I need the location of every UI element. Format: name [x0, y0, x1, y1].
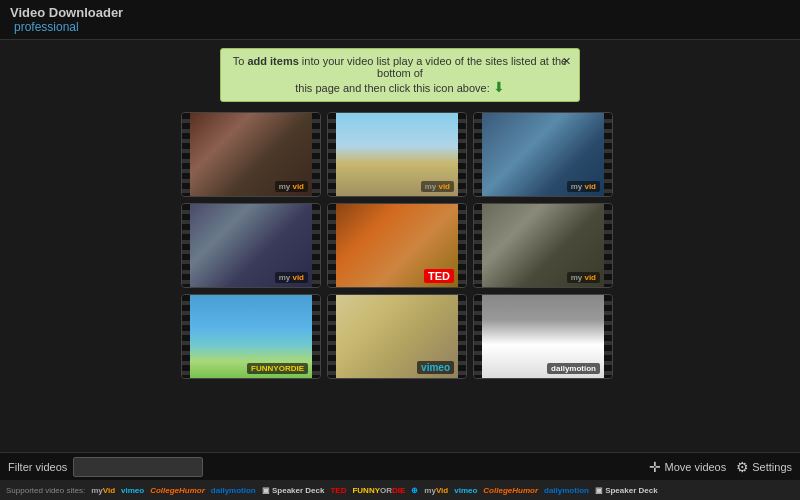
- video-grid: my vid my vid my vid my vid TED my vid F…: [181, 112, 619, 379]
- settings-label: Settings: [752, 461, 792, 473]
- bottom-controls: Filter videos ✛ Move videos ⚙ Settings: [0, 452, 800, 480]
- move-icon: ✛: [649, 459, 661, 475]
- site-collegehumor-2: CollegeHumor: [483, 486, 538, 495]
- app-title: Video Downloader: [10, 5, 123, 21]
- filter-label: Filter videos: [8, 461, 67, 473]
- site-speakerdeck-1: ▣ Speaker Deck: [262, 486, 325, 495]
- site-myvid-1: myVid: [91, 486, 115, 495]
- video-thumb-7[interactable]: FUNNYORDIE: [181, 294, 321, 379]
- site-speakerdeck-2: ▣ Speaker Deck: [595, 486, 658, 495]
- badge-ted-5: TED: [424, 269, 454, 283]
- info-text: To add items into your video list play a…: [233, 55, 567, 94]
- move-videos-label: Move videos: [664, 461, 726, 473]
- site-dailymotion-2: dailymotion: [544, 486, 589, 495]
- gear-icon: ⚙: [736, 459, 749, 475]
- sites-bar: Supported video sites: myVid vimeo Colle…: [0, 480, 800, 500]
- video-thumb-6[interactable]: my vid: [473, 203, 613, 288]
- site-collegehumor-1: CollegeHumor: [150, 486, 205, 495]
- filter-input[interactable]: [73, 457, 203, 477]
- badge-myvid-1: my vid: [275, 181, 308, 192]
- video-thumb-9[interactable]: dailymotion: [473, 294, 613, 379]
- video-thumb-5[interactable]: TED: [327, 203, 467, 288]
- badge-myvid-4: my vid: [275, 272, 308, 283]
- move-videos-button[interactable]: ✛ Move videos: [649, 459, 726, 475]
- header-title-block: Video Downloader professional: [10, 5, 123, 35]
- badge-myvid-6: my vid: [567, 272, 600, 283]
- info-close-icon[interactable]: ✕: [562, 55, 571, 68]
- arrow-icon: ⬇: [493, 79, 505, 95]
- video-thumb-3[interactable]: my vid: [473, 112, 613, 197]
- app-subtitle: professional: [14, 20, 123, 34]
- site-dailymotion-1: dailymotion: [211, 486, 256, 495]
- badge-myvid-3: my vid: [567, 181, 600, 192]
- site-funnyordie-1: FUNNYORDIE: [352, 486, 405, 495]
- badge-vimeo-8: vimeo: [417, 361, 454, 374]
- badge-dailymotion-9: dailymotion: [547, 363, 600, 374]
- video-thumb-2[interactable]: my vid: [327, 112, 467, 197]
- settings-button[interactable]: ⚙ Settings: [736, 459, 792, 475]
- badge-myvid-2: my vid: [421, 181, 454, 192]
- badge-funnyordie-7: FUNNYORDIE: [247, 363, 308, 374]
- video-thumb-1[interactable]: my vid: [181, 112, 321, 197]
- video-thumb-8[interactable]: vimeo: [327, 294, 467, 379]
- info-bar: To add items into your video list play a…: [220, 48, 580, 102]
- site-vevo: ⊕: [411, 486, 418, 495]
- site-myvid-2: myVid: [424, 486, 448, 495]
- video-thumb-4[interactable]: my vid: [181, 203, 321, 288]
- site-ted-1: TED: [330, 486, 346, 495]
- site-vimeo-1: vimeo: [121, 486, 144, 495]
- app-header: Video Downloader professional: [0, 0, 800, 40]
- right-controls: ✛ Move videos ⚙ Settings: [649, 459, 792, 475]
- site-vimeo-2: vimeo: [454, 486, 477, 495]
- sites-label: Supported video sites:: [6, 486, 85, 495]
